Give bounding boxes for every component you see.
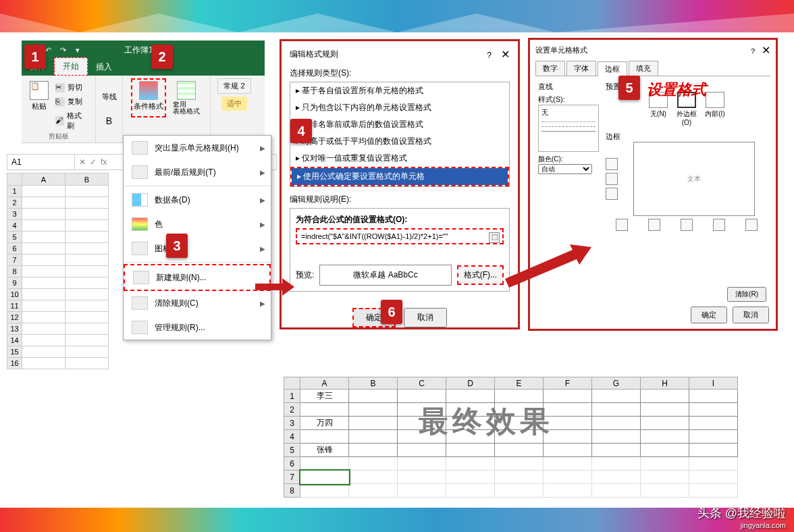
copy-button[interactable]: ⎘复制 <box>54 95 90 108</box>
menu-top-rules[interactable]: 最前/最后规则(T)▶ <box>124 160 271 184</box>
col-C[interactable]: C <box>398 377 446 390</box>
row-3[interactable]: 3 <box>7 209 22 220</box>
row-8[interactable]: 8 <box>7 266 22 277</box>
row-7[interactable]: 7 <box>7 255 22 266</box>
preset-inside[interactable]: 内部(I) <box>704 92 726 126</box>
row-9[interactable]: 9 <box>7 277 22 289</box>
rule-type-5[interactable]: ▸ 使用公式确定要设置格式的单元格 <box>292 168 508 185</box>
cancel-button[interactable]: 取消 <box>733 307 769 323</box>
qat-more-icon[interactable]: ▾ <box>72 44 84 56</box>
cell[interactable]: 万四 <box>300 417 349 430</box>
clear-button[interactable]: 清除(R) <box>727 287 766 302</box>
tab-number[interactable]: 数字 <box>535 61 565 76</box>
row-15[interactable]: 15 <box>7 346 22 358</box>
tab-fill[interactable]: 填充 <box>629 61 658 76</box>
menu-color-scales[interactable]: 色▶ <box>124 212 271 236</box>
menu-highlight-rules[interactable]: 突出显示单元格规则(H)▶ <box>124 136 271 160</box>
col-F[interactable]: F <box>544 377 592 390</box>
row-13[interactable]: 13 <box>7 323 22 335</box>
line-none[interactable]: 无 <box>541 108 596 117</box>
close-icon[interactable]: ✕ <box>501 49 510 60</box>
line-style-list[interactable]: 无 <box>538 105 599 152</box>
col-A[interactable]: A <box>300 377 349 390</box>
col-G[interactable]: G <box>592 377 641 390</box>
border-bottom-btn[interactable] <box>606 188 618 200</box>
row-1[interactable]: 1 <box>7 186 22 197</box>
row-2[interactable]: 2 <box>7 197 22 209</box>
help-icon[interactable]: ? <box>751 47 755 55</box>
row-7[interactable]: 7 <box>284 471 300 484</box>
row-2[interactable]: 2 <box>284 403 300 417</box>
style-good[interactable]: 适中 <box>221 97 247 111</box>
border-diag1-btn[interactable] <box>616 219 628 231</box>
tab-border[interactable]: 边框 <box>598 61 627 76</box>
border-left-btn[interactable] <box>648 219 660 231</box>
menu-clear-rules[interactable]: 清除规则(C)▶ <box>124 291 271 315</box>
table-format-button[interactable]: 套用 表格格式 <box>170 78 203 117</box>
col-D[interactable]: D <box>446 377 495 390</box>
tab-insert[interactable]: 插入 <box>88 59 120 76</box>
top-icon <box>132 165 148 179</box>
menu-new-rule[interactable]: 新建规则(N)... <box>124 264 271 291</box>
format-button[interactable]: 格式(F)... <box>457 265 504 285</box>
row-16[interactable]: 16 <box>7 358 22 369</box>
row-10[interactable]: 10 <box>7 289 22 300</box>
cell[interactable]: 李三 <box>300 390 349 403</box>
row-4[interactable]: 4 <box>284 430 300 444</box>
menu-icon-sets[interactable]: 图标集(I)▶ <box>124 236 271 261</box>
col-I[interactable]: I <box>689 377 738 390</box>
border-right-btn[interactable] <box>713 219 725 231</box>
border-mid-btn[interactable] <box>606 173 618 185</box>
rule-type-list[interactable]: ▸ 基于各自值设置所有单元格的格式 ▸ 只为包含以下内容的单元格设置格式 ▸ 对… <box>290 82 510 187</box>
rule-type-1[interactable]: ▸ 只为包含以下内容的单元格设置格式 <box>290 99 509 116</box>
chevron-right-icon: ▶ <box>260 245 265 252</box>
col-H[interactable]: H <box>641 377 689 390</box>
col-B[interactable]: B <box>65 174 109 186</box>
paste-button[interactable]: 📋 粘贴 <box>27 78 51 132</box>
painter-button[interactable]: 🖌格式刷 <box>54 109 90 132</box>
menu-manage-rules[interactable]: 管理规则(R)... <box>124 315 271 340</box>
row-3[interactable]: 3 <box>284 417 300 430</box>
row-6[interactable]: 6 <box>7 243 22 255</box>
row-6[interactable]: 6 <box>284 457 300 471</box>
col-B[interactable]: B <box>349 377 398 390</box>
color-select[interactable]: 自动 <box>538 164 592 174</box>
tab-home[interactable]: 开始 <box>54 57 88 76</box>
range-picker-icon[interactable]: ⬚ <box>489 232 500 243</box>
rule-type-3[interactable]: ▸ 对高于或低于平均值的数值设置格式 <box>290 133 509 150</box>
tab-font[interactable]: 字体 <box>566 61 596 76</box>
preview-text: 文本 <box>687 174 701 184</box>
rule-type-0[interactable]: ▸ 基于各自值设置所有单元格的格式 <box>290 82 509 99</box>
conditional-format-button[interactable]: 条件格式 <box>131 78 166 117</box>
enter-formula-icon[interactable]: ✓ <box>90 157 97 167</box>
row-12[interactable]: 12 <box>7 312 22 323</box>
close-icon[interactable]: ✕ <box>762 45 770 56</box>
border-vmid-btn[interactable] <box>681 219 693 231</box>
rule-type-2[interactable]: ▸ 对排名靠前或靠后的数值设置格式 <box>290 116 509 133</box>
rule-type-4[interactable]: ▸ 仅对唯一值或重复值设置格式 <box>290 150 509 167</box>
col-E[interactable]: E <box>495 377 544 390</box>
col-A[interactable]: A <box>22 174 65 186</box>
cancel-button[interactable]: 取消 <box>404 308 447 327</box>
row-14[interactable]: 14 <box>7 335 22 346</box>
row-4[interactable]: 4 <box>7 220 22 232</box>
row-1[interactable]: 1 <box>284 390 300 403</box>
border-top-btn[interactable] <box>606 158 618 170</box>
redo-icon[interactable]: ↷ <box>57 44 69 56</box>
paste-label: 粘贴 <box>32 101 47 111</box>
fx-icon[interactable]: fx <box>101 157 107 167</box>
row-5[interactable]: 5 <box>7 232 22 243</box>
cell[interactable]: 张锋 <box>300 444 349 457</box>
help-icon[interactable]: ? <box>487 51 492 60</box>
formula-input[interactable]: =indrect("$A"&INT((ROW($A1)-1)/2)*2+1)="… <box>296 228 504 244</box>
border-diag2-btn[interactable] <box>745 219 758 231</box>
menu-data-bars[interactable]: 数据条(D)▶ <box>124 188 271 212</box>
row-5[interactable]: 5 <box>284 444 300 457</box>
style-normal[interactable]: 常规 2 <box>217 78 250 94</box>
name-box[interactable]: A1 <box>7 155 75 169</box>
cancel-formula-icon[interactable]: ✕ <box>79 157 86 167</box>
row-11[interactable]: 11 <box>7 300 22 312</box>
cut-button[interactable]: ✂剪切 <box>54 81 90 94</box>
ok-button[interactable]: 确定 <box>691 307 727 323</box>
row-8[interactable]: 8 <box>284 484 300 498</box>
